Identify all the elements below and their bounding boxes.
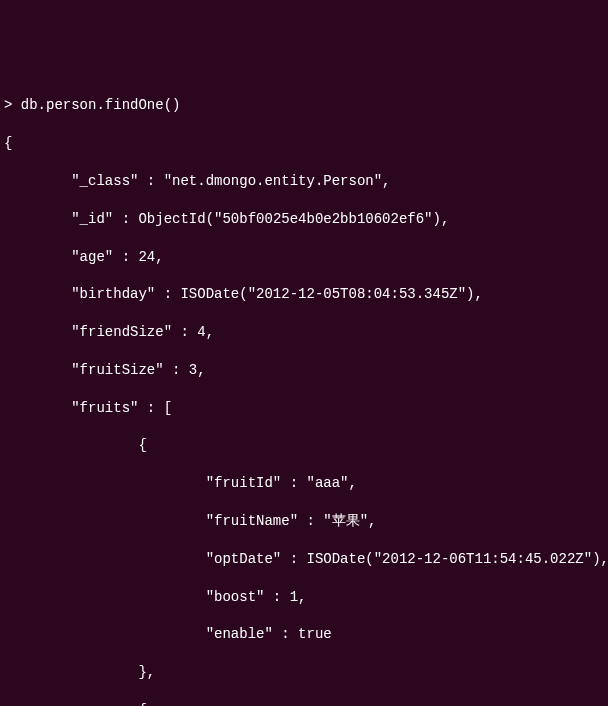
- value: true: [298, 626, 332, 642]
- fruit-0-open: {: [4, 436, 604, 455]
- value: 1,: [290, 589, 307, 605]
- fruit-0-name: "fruitName" : "苹果",: [4, 512, 604, 531]
- fruit-0-close: },: [4, 663, 604, 682]
- field-id: "_id" : ObjectId("50bf0025e4b0e2bb10602e…: [4, 210, 604, 229]
- key: "optDate": [206, 551, 282, 567]
- value: "net.dmongo.entity.Person",: [164, 173, 391, 189]
- field-birthday: "birthday" : ISODate("2012-12-05T08:04:5…: [4, 285, 604, 304]
- value: "aaa",: [306, 475, 356, 491]
- key: "age": [71, 249, 113, 265]
- value: "苹果",: [323, 513, 376, 529]
- command-text: db.person.findOne(): [21, 97, 181, 113]
- fruit-0-boost: "boost" : 1,: [4, 588, 604, 607]
- terminal-output: > db.person.findOne() { "_class" : "net.…: [4, 78, 604, 706]
- key: "friendSize": [71, 324, 172, 340]
- field-fruitsize: "fruitSize" : 3,: [4, 361, 604, 380]
- key: "fruitSize": [71, 362, 163, 378]
- key: "_class": [71, 173, 138, 189]
- key: "birthday": [71, 286, 155, 302]
- key: "fruitId": [206, 475, 282, 491]
- value: ObjectId("50bf0025e4b0e2bb10602ef6"),: [138, 211, 449, 227]
- value: 24,: [138, 249, 163, 265]
- field-fruits-open: "fruits" : [: [4, 399, 604, 418]
- key: "enable": [206, 626, 273, 642]
- key: "fruitName": [206, 513, 298, 529]
- prompt-symbol: >: [4, 97, 21, 113]
- field-class: "_class" : "net.dmongo.entity.Person",: [4, 172, 604, 191]
- fruit-0-id: "fruitId" : "aaa",: [4, 474, 604, 493]
- fruit-1-open: {: [4, 701, 604, 706]
- value: ISODate("2012-12-06T11:54:45.022Z"),: [306, 551, 608, 567]
- field-age: "age" : 24,: [4, 248, 604, 267]
- open-brace: {: [4, 134, 604, 153]
- fruit-0-enable: "enable" : true: [4, 625, 604, 644]
- fruit-0-optdate: "optDate" : ISODate("2012-12-06T11:54:45…: [4, 550, 604, 569]
- value: ISODate("2012-12-05T08:04:53.345Z"),: [180, 286, 482, 302]
- key: "_id": [71, 211, 113, 227]
- key: "fruits" : [: [71, 400, 172, 416]
- key: "boost": [206, 589, 265, 605]
- value: 4,: [197, 324, 214, 340]
- command-line[interactable]: > db.person.findOne(): [4, 96, 604, 115]
- field-friendsize: "friendSize" : 4,: [4, 323, 604, 342]
- value: 3,: [189, 362, 206, 378]
